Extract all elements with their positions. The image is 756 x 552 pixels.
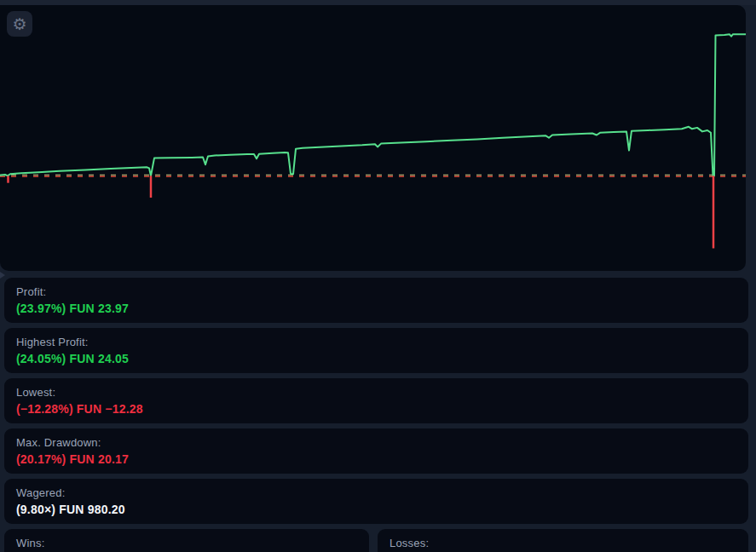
stat-max-drawdown-value: (20.17%) FUN 20.17	[16, 452, 736, 466]
gear-icon: ⚙	[12, 16, 26, 32]
stats-list: Profit: (23.97%) FUN 23.97 Highest Profi…	[4, 278, 748, 552]
stat-max-drawdown: Max. Drawdown: (20.17%) FUN 20.17	[4, 428, 748, 474]
stat-wins-label: Wins:	[16, 537, 357, 549]
stat-profit: Profit: (23.97%) FUN 23.97	[4, 278, 748, 323]
profit-chart-panel: ⚙	[0, 5, 746, 271]
profit-line-chart	[0, 5, 746, 271]
stat-lowest-value: (−12.28%) FUN −12.28	[16, 402, 736, 416]
stat-wagered: Wagered: (9.80×) FUN 980.20	[4, 479, 748, 524]
stat-wagered-value: (9.80×) FUN 980.20	[16, 503, 736, 516]
stat-profit-label: Profit:	[16, 285, 736, 298]
stat-max-drawdown-label: Max. Drawdown:	[16, 436, 736, 449]
stat-highest-profit-label: Highest Profit:	[16, 336, 736, 348]
wins-losses-row: Wins: 2799 Losses: 240	[4, 529, 748, 552]
stat-wagered-label: Wagered:	[16, 486, 736, 499]
settings-button[interactable]: ⚙	[7, 11, 32, 37]
stat-highest-profit: Highest Profit: (24.05%) FUN 24.05	[4, 328, 748, 373]
stat-lowest: Lowest: (−12.28%) FUN −12.28	[4, 378, 748, 423]
stat-lowest-label: Lowest:	[16, 386, 736, 399]
stat-losses: Losses: 240	[378, 529, 748, 552]
stat-profit-value: (23.97%) FUN 23.97	[16, 302, 736, 315]
stat-wins: Wins: 2799	[4, 529, 369, 552]
stat-losses-label: Losses:	[390, 537, 736, 549]
stat-highest-profit-value: (24.05%) FUN 24.05	[16, 352, 736, 365]
